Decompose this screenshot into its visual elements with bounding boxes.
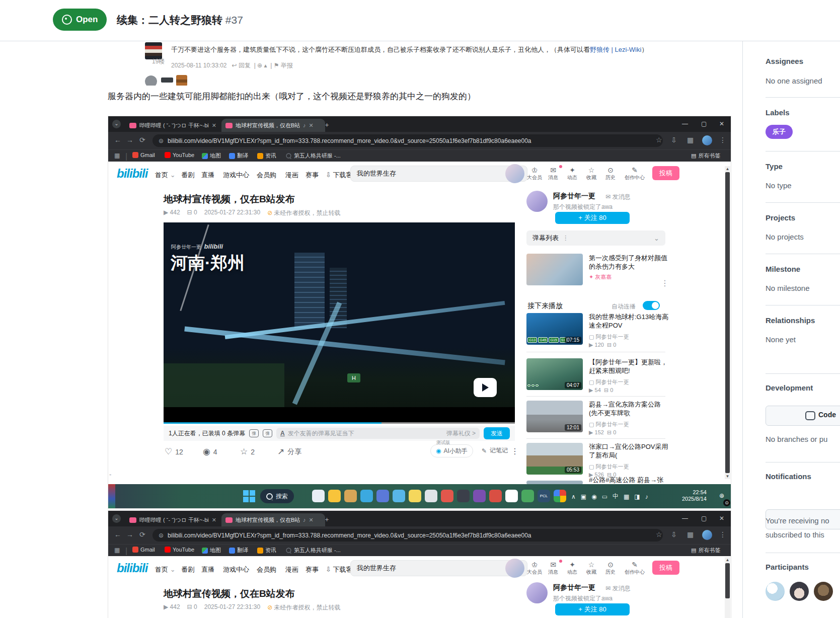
uploader-avatar[interactable]: [526, 582, 548, 603]
scrollbar-thumb[interactable]: [725, 172, 730, 473]
tab-2-close-icon[interactable]: ✕: [309, 122, 314, 129]
display-icon[interactable]: ▭: [602, 493, 607, 500]
browser-profile-avatar[interactable]: [702, 530, 712, 540]
url-bar[interactable]: ⊜ bilibili.com/video/BV1MgfDYLEXr?spm_id…: [152, 134, 663, 147]
participants-heading[interactable]: Participants: [766, 563, 809, 571]
tab-1-close-icon[interactable]: ✕: [212, 122, 216, 129]
partial-avatar[interactable]: [145, 75, 157, 86]
bili-nav-bangumi[interactable]: 番剧: [181, 171, 194, 180]
bookmark-youtube[interactable]: YouTube: [165, 152, 194, 158]
post-video-button[interactable]: 投稿: [652, 561, 679, 575]
window-minimize-button[interactable]: —: [682, 515, 688, 522]
follow-button[interactable]: + 关注 80: [555, 212, 630, 224]
bili-user-avatar[interactable]: [505, 164, 524, 183]
app-icon[interactable]: [344, 490, 357, 502]
browser-profile-avatar[interactable]: [702, 135, 712, 145]
more-actions-icon[interactable]: ⋮: [511, 446, 519, 456]
menu-creator-center[interactable]: ✎创作中心: [625, 561, 645, 576]
bookmark-star-icon[interactable]: ☆: [656, 136, 662, 144]
note-button[interactable]: ✎记笔记: [482, 446, 508, 455]
menu-favorites[interactable]: ☆收藏: [586, 561, 596, 576]
panel-menu-icon[interactable]: ⋮: [562, 234, 569, 242]
code-button[interactable]: Code: [766, 406, 840, 426]
mic-indicator-icon[interactable]: ◉: [591, 493, 596, 500]
bili-search-box[interactable]: 我的世界生存: [350, 560, 527, 576]
wechat-icon[interactable]: [521, 490, 534, 502]
bookmark-identity5[interactable]: 第五人格共研服 -...: [285, 547, 341, 554]
participant-avatar[interactable]: [814, 582, 833, 601]
bili-nav-esports[interactable]: 赛事: [306, 565, 319, 574]
bookmark-translate[interactable]: 翻译: [229, 152, 248, 160]
tab-search-chevron[interactable]: ⌄: [112, 514, 121, 523]
emoji-app-icon[interactable]: [409, 490, 421, 502]
development-heading[interactable]: Development: [766, 383, 813, 392]
scrollbar-thumb[interactable]: [725, 563, 730, 598]
tab-search-chevron[interactable]: ⌄: [112, 120, 121, 128]
file-explorer-icon[interactable]: [312, 490, 325, 502]
bookmark-star-icon[interactable]: ☆: [656, 530, 662, 538]
all-bookmarks[interactable]: ▤所有书签: [691, 152, 720, 160]
relationships-heading[interactable]: Relationships: [766, 316, 815, 325]
uploader-name[interactable]: 阿参廿年一更: [553, 583, 595, 592]
reload-icon[interactable]: ⟳: [139, 530, 145, 538]
bili-nav-manga[interactable]: 漫画: [285, 171, 298, 180]
rec-thumbnail[interactable]: 04:07: [526, 358, 583, 390]
projects-heading[interactable]: Projects: [766, 213, 795, 222]
new-tab-button[interactable]: ＋: [324, 515, 330, 524]
app-icon[interactable]: [376, 490, 389, 502]
send-message-link[interactable]: ✉ 发消息: [605, 193, 630, 201]
bili-nav-game[interactable]: 游戏中心: [223, 171, 249, 180]
rec-uploader[interactable]: ▢ 阿参廿年一更: [589, 378, 629, 386]
app-icon[interactable]: [473, 490, 486, 502]
rec-uploader[interactable]: ✦ 灰嘉嘉: [589, 273, 612, 281]
rec-title[interactable]: 【阿参廿年一更】更新啦，赶紧来围观吧!: [589, 358, 669, 375]
rec-uploader[interactable]: ▢ 阿参廿年一更: [589, 463, 629, 471]
extensions-icon[interactable]: ▦: [687, 136, 694, 144]
bookmark-news[interactable]: 资讯: [257, 152, 276, 160]
page-scrollbar[interactable]: ▲ ▼: [725, 166, 730, 479]
qq-icon[interactable]: [505, 490, 518, 502]
tab-1[interactable]: 哔哩哔哩 ( ˘- ˘)つロ 干杯~-bi ✕: [125, 119, 227, 132]
folder-icon[interactable]: [328, 490, 341, 502]
browser-menu-icon[interactable]: ⋮: [719, 530, 726, 538]
ai-assistant-button[interactable]: ◉AI小助手: [430, 444, 473, 457]
participant-avatar[interactable]: [790, 582, 809, 601]
menu-vip[interactable]: ♔大会员: [527, 167, 542, 181]
scroll-down-arrow[interactable]: ▼: [725, 474, 730, 479]
rec-uploader[interactable]: ▢ 阿参廿年一更: [589, 421, 629, 428]
taskbar-search[interactable]: 搜索: [260, 489, 294, 503]
bookmark-translate[interactable]: 翻译: [229, 547, 248, 554]
window-maximize-button[interactable]: ▢: [701, 120, 707, 127]
player-progress-played[interactable]: [164, 422, 381, 424]
menu-feed[interactable]: ✦动态: [567, 167, 577, 181]
new-tab-button[interactable]: ＋: [324, 120, 330, 129]
cast-icon[interactable]: ◨: [634, 493, 640, 500]
type-heading[interactable]: Type: [766, 162, 783, 171]
bili-nav-bangumi[interactable]: 番剧: [181, 565, 194, 574]
back-icon[interactable]: ←: [114, 530, 121, 538]
download-icon[interactable]: ⇩: [671, 530, 677, 538]
rec-thumbnail[interactable]: 12:01: [526, 401, 583, 432]
rec-thumbnail[interactable]: [526, 254, 583, 285]
bookmark-maps[interactable]: 地图: [202, 152, 221, 160]
bili-user-avatar[interactable]: [505, 559, 524, 578]
apps-grid-icon[interactable]: ▦: [114, 152, 120, 159]
bili-nav-home[interactable]: 首页 ⌄: [155, 565, 176, 574]
danmaku-font-icon[interactable]: A: [280, 430, 285, 437]
reload-icon[interactable]: ⟳: [139, 136, 145, 144]
forum-avatar[interactable]: [145, 42, 162, 59]
chrome-icon[interactable]: [554, 490, 566, 502]
back-icon[interactable]: ←: [114, 136, 121, 144]
send-message-link[interactable]: ✉ 发消息: [605, 584, 630, 593]
vote-icon[interactable]: ⊕: [257, 62, 262, 69]
favorite-button[interactable]: ☆2: [240, 446, 255, 457]
bilibili-logo[interactable]: bilibili: [117, 167, 147, 181]
notifications-heading[interactable]: Notifications: [766, 472, 811, 481]
window-close-button[interactable]: ✕: [719, 120, 724, 127]
tab-1[interactable]: 哔哩哔哩 ( ˘- ˘)つロ 干杯~-bi ✕: [125, 513, 227, 526]
window-maximize-button[interactable]: ▢: [701, 515, 707, 522]
menu-favorites[interactable]: ☆收藏: [586, 167, 596, 181]
notification-bell-icon[interactable]: ⊕: [719, 492, 724, 499]
all-bookmarks[interactable]: ▤所有书签: [691, 547, 720, 554]
bookmark-gmail[interactable]: Gmail: [132, 547, 155, 553]
